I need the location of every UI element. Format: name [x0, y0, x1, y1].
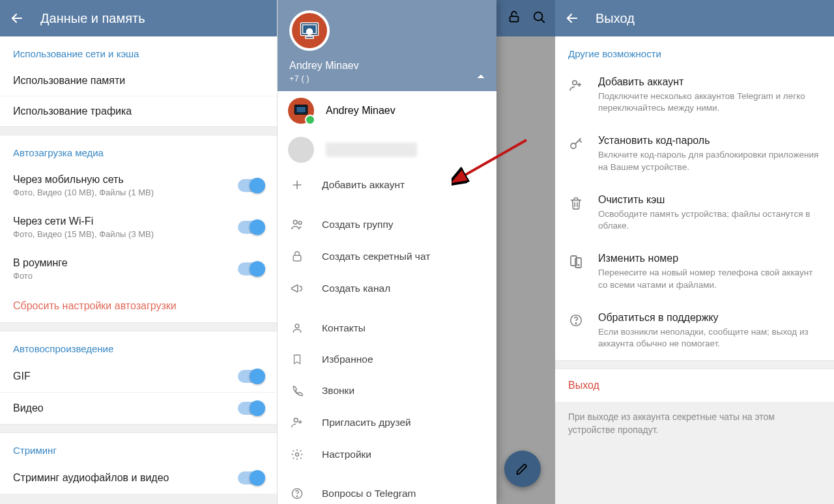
section-autoplay: Автовоспроизведение	[0, 331, 277, 361]
toggle-streaming[interactable]	[238, 471, 264, 484]
header-title: Данные и память	[40, 11, 145, 26]
help-icon	[567, 312, 585, 350]
drawer-calls[interactable]: Звонки	[278, 375, 496, 406]
plus-icon	[289, 178, 305, 191]
item-support[interactable]: Обратиться в поддержку Если возникли неп…	[555, 301, 834, 360]
account-row-second[interactable]	[278, 130, 496, 169]
item-label: Звонки	[322, 385, 354, 397]
item-label: Настройки	[322, 449, 371, 460]
row-traffic-usage[interactable]: Использование трафика	[0, 96, 277, 126]
item-add-account[interactable]: Добавить аккаунт Подключите несколько ак…	[555, 66, 834, 124]
add-user-icon	[289, 415, 305, 430]
help-icon	[289, 487, 305, 500]
reset-autoload-button[interactable]: Сбросить настройки автозагрузки	[0, 290, 277, 322]
back-button[interactable]	[9, 10, 25, 26]
trash-icon	[567, 194, 585, 232]
section-gap	[0, 424, 277, 433]
section-autoload: Автозагрузка медиа	[0, 135, 277, 165]
row-wifi[interactable]: Через сети Wi-Fi Фото, Видео (15 MB), Фа…	[0, 206, 277, 248]
drawer-faq[interactable]: Вопросы о Telegram	[278, 478, 496, 504]
row-memory-usage[interactable]: Использование памяти	[0, 66, 277, 96]
svg-point-1	[534, 12, 543, 21]
lock-icon[interactable]	[507, 10, 521, 27]
item-change-number[interactable]: Изменить номер Перенесите на новый номер…	[555, 242, 834, 301]
toggle-gif[interactable]	[238, 370, 264, 383]
drawer-new-secret-chat[interactable]: Создать секретный чат	[278, 241, 496, 272]
svg-rect-5	[306, 36, 313, 38]
row-label: Через сети Wi-Fi	[13, 216, 238, 227]
toggle-wifi[interactable]	[238, 221, 264, 234]
drawer-saved[interactable]: Избранное	[278, 344, 496, 375]
item-title: Добавить аккаунт	[598, 76, 821, 88]
account-row-current[interactable]: Andrey Minaev	[278, 91, 496, 130]
header-data-storage: Данные и память	[0, 0, 277, 36]
expand-accounts-icon[interactable]	[477, 70, 485, 82]
item-sub: Включите код-пароль для разблокировки пр…	[598, 149, 821, 173]
phone-icon	[289, 384, 305, 397]
row-sublabel: Фото, Видео (10 MB), Файлы (1 MB)	[13, 188, 238, 197]
item-title: Установить код-пароль	[598, 135, 821, 147]
drawer-user-name: Andrey Minaev	[289, 60, 485, 72]
item-label: Пригласить друзей	[322, 417, 411, 428]
item-label: Добавить аккаунт	[322, 179, 405, 191]
lock-icon	[289, 250, 305, 263]
logout-button[interactable]: Выход	[555, 369, 834, 402]
row-label: В роуминге	[13, 257, 238, 269]
avatar-mini	[288, 98, 314, 124]
item-clear-cache[interactable]: Очистить кэш Освободите память устройств…	[555, 184, 834, 242]
section-gap	[555, 360, 834, 369]
svg-point-17	[573, 81, 577, 85]
drawer-new-group[interactable]: Создать группу	[278, 208, 496, 241]
row-mobile-data[interactable]: Через мобильную сеть Фото, Видео (10 MB)…	[0, 165, 277, 206]
row-sublabel: Фото, Видео (15 MB), Файлы (3 MB)	[13, 229, 238, 239]
item-title: Очистить кэш	[598, 194, 821, 206]
row-streaming[interactable]: Стриминг аудиофайлов и видео	[0, 462, 277, 494]
item-label: Создать канал	[322, 283, 390, 294]
compose-fab[interactable]	[504, 451, 541, 487]
svg-rect-10	[293, 255, 301, 260]
toggle-roaming[interactable]	[238, 262, 264, 275]
item-passcode[interactable]: Установить код-пароль Включите код-парол…	[555, 124, 834, 183]
item-title: Обратиться в поддержку	[598, 312, 821, 324]
item-label: Избранное	[322, 354, 373, 365]
swap-icon	[567, 253, 585, 290]
item-sub: Если возникли неполадки, сообщите нам; в…	[598, 326, 821, 350]
item-sub: Подключите несколько аккаунтов Telegram …	[598, 91, 821, 114]
row-label: Использование памяти	[13, 75, 264, 87]
account-name-blurred	[326, 143, 417, 157]
row-video[interactable]: Видео	[0, 392, 277, 424]
svg-point-4	[307, 29, 313, 35]
drawer-header[interactable]: Andrey Minaev +7 ( )	[278, 0, 496, 91]
item-title: Изменить номер	[598, 253, 821, 264]
avatar[interactable]	[289, 10, 330, 51]
section-other-options: Другие возможности	[555, 36, 834, 66]
group-icon	[289, 217, 305, 232]
drawer-invite[interactable]: Пригласить друзей	[278, 406, 496, 439]
row-label: GIF	[13, 371, 238, 382]
svg-point-22	[575, 323, 576, 324]
section-gap	[0, 126, 277, 135]
active-check-icon	[305, 115, 315, 125]
drawer-settings[interactable]: Настройки	[278, 439, 496, 470]
toggle-mobile[interactable]	[238, 179, 264, 192]
avatar-mini-blurred	[288, 137, 314, 163]
toggle-video[interactable]	[238, 402, 264, 415]
item-label: Вопросы о Telegram	[322, 488, 416, 499]
section-streaming: Стриминг	[0, 433, 277, 462]
search-icon[interactable]	[532, 10, 546, 27]
item-label: Контакты	[322, 322, 366, 334]
bookmark-icon	[289, 353, 305, 366]
drawer-user-phone: +7 ( )	[289, 74, 485, 83]
drawer-add-account[interactable]: Добавить аккаунт	[278, 169, 496, 201]
row-gif[interactable]: GIF	[0, 361, 277, 392]
row-roaming[interactable]: В роуминге Фото	[0, 248, 277, 290]
svg-point-13	[296, 453, 299, 456]
header-logout: Выход	[555, 0, 834, 36]
drawer-new-channel[interactable]: Создать канал	[278, 272, 496, 305]
item-sub: Освободите память устройства; файлы оста…	[598, 208, 821, 232]
svg-point-12	[294, 418, 298, 422]
drawer-contacts[interactable]: Контакты	[278, 313, 496, 344]
back-button[interactable]	[564, 10, 580, 26]
header-title: Выход	[596, 11, 635, 26]
nav-drawer: Andrey Minaev +7 ( ) Andrey Minaev Добав…	[278, 0, 496, 504]
